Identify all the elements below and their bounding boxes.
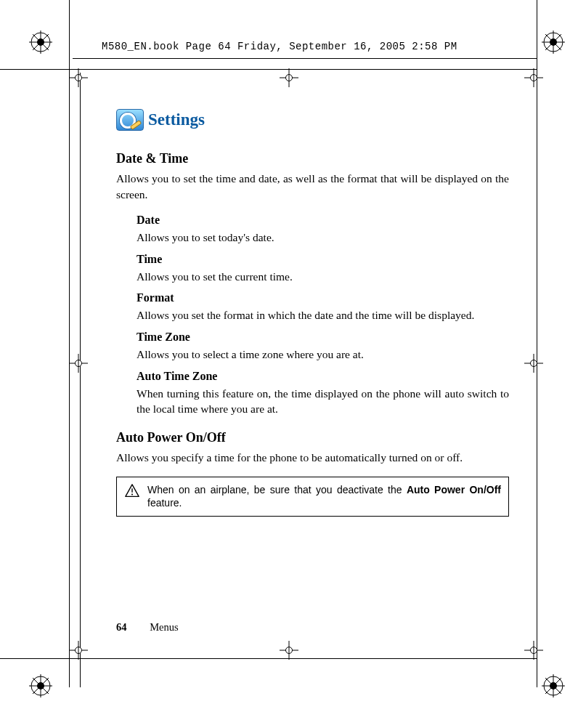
sub-heading-auto-timezone: Auto Time Zone <box>137 370 509 383</box>
svg-point-11 <box>550 39 557 46</box>
section-heading-auto-power: Auto Power On/Off <box>116 430 509 445</box>
registration-mark-icon <box>29 674 52 697</box>
sub-heading-time: Time <box>137 253 509 266</box>
section-desc: Allows you specify a time for the phone … <box>116 450 509 466</box>
page-content: Settings Date & Time Allows you to set t… <box>116 109 509 641</box>
note-bold: Auto Power On/Off <box>407 484 501 496</box>
registration-mark-icon <box>542 31 565 54</box>
warning-text: When on an airplane, be sure that you de… <box>147 483 501 511</box>
sub-heading-timezone: Time Zone <box>137 331 509 344</box>
crop-line <box>80 73 81 687</box>
sub-desc: Allows you to set today's date. <box>137 230 509 246</box>
section-heading-date-time: Date & Time <box>116 151 509 166</box>
crosshair-icon <box>280 68 298 87</box>
svg-point-17 <box>37 682 44 689</box>
note-post: feature. <box>147 497 182 509</box>
page-footer: 64 Menus <box>116 621 179 634</box>
crosshair-icon <box>280 641 298 660</box>
crosshair-icon <box>69 641 88 660</box>
sub-desc: When turning this feature on, the time d… <box>137 386 509 417</box>
crosshair-icon <box>69 354 88 373</box>
crosshair-icon <box>524 354 543 373</box>
settings-icon <box>116 109 144 131</box>
sub-desc: Allows you to select a time zone where y… <box>137 347 509 363</box>
sub-heading-format: Format <box>137 291 509 304</box>
crop-line <box>73 58 537 59</box>
sub-heading-date: Date <box>137 214 509 227</box>
sub-desc: Allows you set the format in which the d… <box>137 307 509 323</box>
svg-point-25 <box>131 493 133 495</box>
note-pre: When on an airplane, be sure that you de… <box>147 484 407 496</box>
crosshair-icon <box>524 641 543 660</box>
sub-desc: Allows you to set the current time. <box>137 269 509 285</box>
registration-mark-icon <box>29 31 52 54</box>
section-desc: Allows you to set the time and date, as … <box>116 171 509 203</box>
running-head: M580_EN.book Page 64 Friday, September 1… <box>102 41 457 52</box>
crop-line <box>537 0 537 687</box>
registration-mark-icon <box>542 674 565 697</box>
warning-icon <box>124 483 140 499</box>
warning-note: When on an airplane, be sure that you de… <box>116 477 509 517</box>
svg-point-5 <box>37 39 44 46</box>
footer-section: Menus <box>150 621 178 633</box>
svg-point-23 <box>550 682 557 689</box>
crop-line <box>69 0 70 687</box>
crosshair-icon <box>524 68 543 87</box>
crosshair-icon <box>69 68 88 87</box>
page-title: Settings <box>148 110 205 129</box>
page-number: 64 <box>116 621 127 633</box>
